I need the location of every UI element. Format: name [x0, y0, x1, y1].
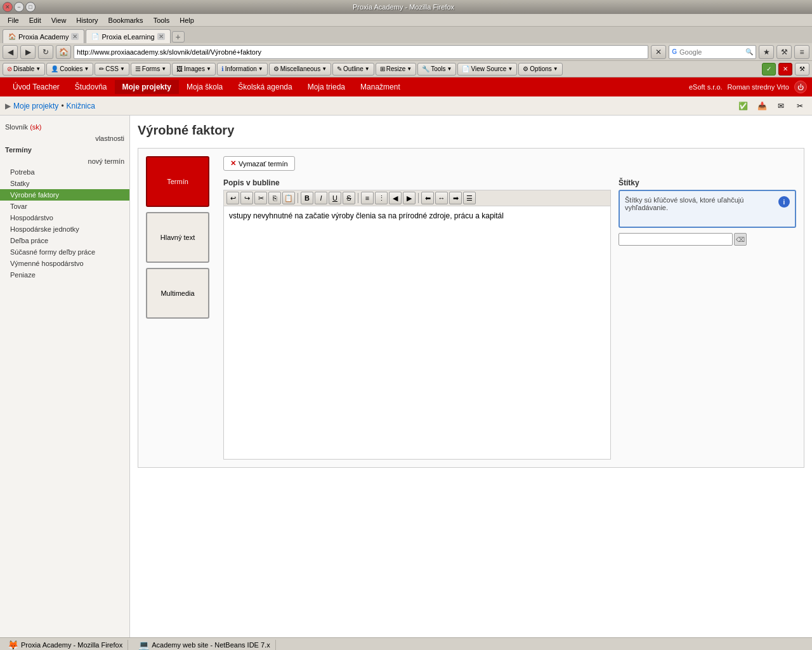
menu-file[interactable]: File: [3, 15, 24, 25]
fmt-ul[interactable]: ⋮: [375, 192, 388, 204]
tab-proxia-elearning[interactable]: 📄 Proxia eLearning ✕: [86, 29, 170, 43]
fmt-align-center[interactable]: ↔: [435, 192, 448, 204]
forms-icon: ☰: [135, 65, 141, 72]
logout-button[interactable]: ⏻: [794, 81, 807, 93]
statusbar-item-netbeans[interactable]: 💻 Academy web site - NetBeans IDE 7.x: [133, 640, 275, 650]
menu-tools[interactable]: Tools: [148, 15, 175, 25]
sidebar-item-hospodarstvo[interactable]: Hospodárstvo: [0, 212, 129, 223]
breadcrumb-save-icon[interactable]: ✅: [736, 99, 750, 113]
sidebar-item-vyrobne-faktory[interactable]: Výrobné faktory: [0, 189, 129, 201]
menu-edit[interactable]: Edit: [24, 15, 46, 25]
url-bar[interactable]: [74, 45, 648, 59]
tab-proxia-academy[interactable]: 🏠 Proxia Academy ✕: [3, 29, 84, 43]
tab-close-1[interactable]: ✕: [71, 33, 79, 40]
fmt-bold[interactable]: B: [301, 192, 313, 204]
nav-uvod[interactable]: Úvod Teacher: [5, 80, 67, 94]
sidebar-item-tovar[interactable]: Tovar: [0, 201, 129, 212]
fmt-paste[interactable]: 📋: [282, 192, 295, 204]
stitky-input[interactable]: [619, 233, 733, 246]
sidebar-item-peniaze[interactable]: Peniaze: [0, 269, 129, 281]
back-button[interactable]: ◀: [3, 45, 18, 59]
fmt-underline[interactable]: U: [329, 192, 341, 204]
menu-history[interactable]: History: [71, 15, 103, 25]
fmt-cut[interactable]: ✂: [254, 192, 267, 204]
term-card-hlavny[interactable]: Hlavný text: [146, 212, 209, 263]
nav-moja-trieda[interactable]: Moja trieda: [300, 80, 353, 94]
nav-tools-2[interactable]: ≡: [794, 45, 809, 59]
maximize-button[interactable]: □: [25, 2, 36, 12]
cookies-icon: 👤: [51, 65, 58, 72]
vlastnosti-link[interactable]: vlastnosti: [0, 133, 129, 143]
terminy-section: Termíny: [0, 143, 129, 156]
fmt-align-left[interactable]: ⬅: [421, 192, 434, 204]
dev-check[interactable]: ✓: [762, 63, 776, 76]
nav-studovna[interactable]: Študovňa: [67, 80, 115, 94]
window-controls[interactable]: ✕ − □: [3, 2, 36, 12]
dev-options[interactable]: ⚙ Options ▼: [518, 63, 562, 76]
term-card-termin[interactable]: Termín: [146, 156, 209, 207]
dev-images[interactable]: 🖼 Images ▼: [172, 63, 216, 76]
stop-button[interactable]: ✕: [651, 45, 666, 59]
dev-forms[interactable]: ☰ Forms ▼: [131, 63, 171, 76]
tab-close-2[interactable]: ✕: [157, 33, 165, 40]
bookmark-star[interactable]: ★: [759, 45, 774, 59]
term-card-multimedia[interactable]: Multimedia: [146, 268, 209, 319]
fmt-copy[interactable]: ⎘: [268, 192, 281, 204]
dev-information[interactable]: ℹ Information ▼: [217, 63, 268, 76]
breadcrumb-item-2[interactable]: Knižnica: [67, 102, 95, 110]
fmt-align-right[interactable]: ➡: [449, 192, 462, 204]
dev-outline[interactable]: ✎ Outline ▼: [332, 63, 374, 76]
nav-moja-skola[interactable]: Moja škola: [179, 80, 230, 94]
dev-misc[interactable]: ⚙ Miscellaneous ▼: [269, 63, 331, 76]
stitky-info-button[interactable]: i: [778, 196, 790, 208]
text-editor[interactable]: vstupy nevyhnutné na začatie výroby člen…: [223, 206, 611, 460]
menu-view[interactable]: View: [46, 15, 72, 25]
dev-resize[interactable]: ⊞ Resize ▼: [376, 63, 417, 76]
forward-button[interactable]: ▶: [20, 45, 36, 59]
dev-extra[interactable]: ⚒: [795, 63, 809, 76]
dev-cookies[interactable]: 👤 Cookies ▼: [46, 63, 93, 76]
search-input[interactable]: [679, 48, 743, 56]
tools-label: Tools: [431, 65, 445, 72]
fmt-indent-more[interactable]: ▶: [403, 192, 416, 204]
sidebar-item-sucasne[interactable]: Súčasné formy deľby práce: [0, 246, 129, 258]
sidebar-item-vymennie[interactable]: Výmenné hospodárstvo: [0, 258, 129, 269]
sidebar-item-delba[interactable]: Deľba práce: [0, 235, 129, 246]
home-button[interactable]: 🏠: [56, 45, 71, 59]
disable-icon: ⊘: [7, 65, 12, 72]
delete-button[interactable]: ✕ Vymazať termín: [223, 156, 295, 171]
breadcrumb-share-icon[interactable]: ✂: [793, 99, 807, 113]
search-button[interactable]: 🔍: [745, 48, 753, 55]
menu-bookmarks[interactable]: Bookmarks: [103, 15, 148, 25]
menu-help[interactable]: Help: [174, 15, 199, 25]
breadcrumb-add-icon[interactable]: 📥: [755, 99, 769, 113]
nav-tools-1[interactable]: ⚒: [776, 45, 792, 59]
fmt-ol[interactable]: ≡: [361, 192, 374, 204]
fmt-italic[interactable]: I: [315, 192, 327, 204]
statusbar-item-firefox[interactable]: 🦊 Proxia Academy - Mozilla Firefox: [3, 640, 128, 650]
nav-skolska-agenda[interactable]: Školská agenda: [230, 80, 299, 94]
dev-disable[interactable]: ⊘ Disable ▼: [3, 63, 45, 76]
dev-viewsource[interactable]: 📄 View Source ▼: [457, 63, 517, 76]
fmt-redo[interactable]: ↪: [240, 192, 253, 204]
new-tab-button[interactable]: +: [172, 31, 185, 43]
nav-moje-projekty[interactable]: Moje projekty: [115, 80, 179, 94]
dev-tools[interactable]: 🔧 Tools ▼: [417, 63, 456, 76]
close-button[interactable]: ✕: [3, 2, 13, 12]
dev-error[interactable]: ✕: [778, 63, 792, 76]
breadcrumb-email-icon[interactable]: ✉: [774, 99, 788, 113]
reload-button[interactable]: ↻: [38, 45, 53, 59]
dev-css[interactable]: ✏ CSS ▼: [95, 63, 129, 76]
sidebar-item-hospodarsky[interactable]: Hospodárske jednotky: [0, 223, 129, 235]
breadcrumb-item-1[interactable]: Moje projekty: [13, 102, 58, 110]
fmt-indent-less[interactable]: ◀: [389, 192, 402, 204]
nav-manazment[interactable]: Manažment: [353, 80, 408, 94]
stitky-clear-button[interactable]: ⌫: [734, 233, 747, 246]
fmt-strikethrough[interactable]: S: [343, 192, 355, 204]
sidebar-item-statky[interactable]: Statky: [0, 178, 129, 189]
fmt-justify[interactable]: ☰: [463, 192, 476, 204]
novy-termin-btn[interactable]: nový termín: [0, 156, 129, 166]
fmt-undo[interactable]: ↩: [226, 192, 239, 204]
minimize-button[interactable]: −: [14, 2, 24, 12]
sidebar-item-potreba[interactable]: Potreba: [0, 166, 129, 178]
